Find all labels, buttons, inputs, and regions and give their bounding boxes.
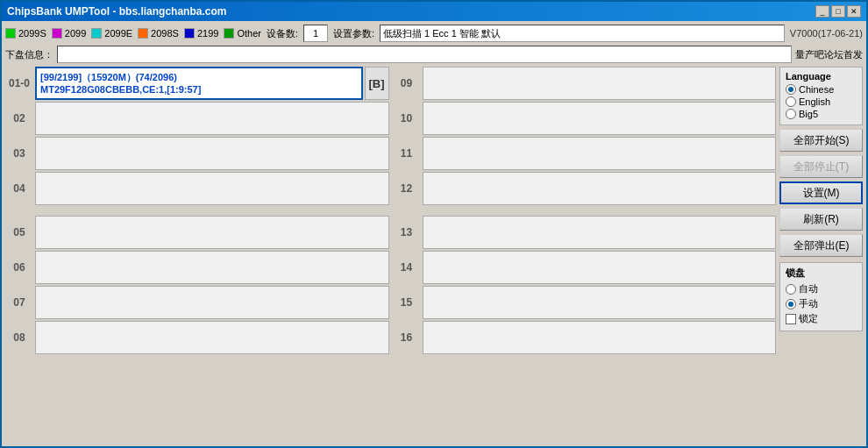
slot-box-08[interactable] [35,321,389,354]
legend-label-2098s: 2098S [151,28,179,39]
language-label-english: English [799,96,830,107]
language-option-chinese[interactable]: Chinese [786,84,857,95]
table-row: 11 [393,137,777,170]
legend-color-2099 [52,28,62,39]
slot-content-01: [99/2199]（15920M）(74/2096)MT29F128G08CBE… [40,71,201,96]
window-title: ChipsBank UMPTool - bbs.liangchanba.com [7,5,226,18]
table-row: 10 [393,102,777,135]
legend-label-2199: 2199 [197,28,218,39]
slot-number-05: 05 [5,216,33,249]
language-group: Language Chinese English Big5 [779,67,863,125]
slot-box-11[interactable] [423,137,777,170]
checkbox-locked[interactable] [786,314,796,324]
slots-column-left: 01-0 [99/2199]（15920M）(74/2096)MT29F128G… [5,67,389,443]
settings-button[interactable]: 设置(M) [779,181,863,204]
slot-box-07[interactable] [35,286,389,319]
table-row: 15 [393,286,777,319]
slot-box-02[interactable] [35,102,389,135]
table-row: 09 [393,67,777,100]
language-option-big5[interactable]: Big5 [786,109,857,119]
slots-column-right: 09 10 11 12 [393,67,777,443]
table-row: 16 [393,321,777,354]
slot-number-03: 03 [5,137,33,170]
slot-box-16[interactable] [423,321,777,354]
legend-color-2099e [91,28,102,39]
table-row: 03 [5,137,389,170]
slot-number-13: 13 [393,216,421,249]
table-row: 12 [393,172,777,205]
device-count-input[interactable] [303,25,328,42]
settings-input[interactable] [380,25,785,42]
language-option-english[interactable]: English [786,96,857,107]
slot-number-12: 12 [393,172,421,205]
legend-label-other: Other [237,28,261,39]
slot-number-06: 06 [5,251,33,284]
legend-other: Other [224,28,261,39]
legend-2199: 2199 [184,28,218,39]
maximize-button[interactable]: □ [831,5,845,18]
table-row: 08 [5,321,389,354]
lock-option-auto[interactable]: 自动 [786,282,857,295]
title-buttons: _ □ ✕ [815,5,861,18]
stop-all-button[interactable]: 全部停止(T) [779,155,863,178]
language-label-chinese: Chinese [799,84,834,95]
radio-english[interactable] [786,96,796,107]
slot-box-01[interactable]: [99/2199]（15920M）(74/2096)MT29F128G08CBE… [35,67,363,100]
slot-box-10[interactable] [423,102,777,135]
legend-2099e: 2099E [91,28,132,39]
slot-b-label-01: [B] [365,67,389,100]
legend-2099s: 2099S [5,28,46,39]
close-button[interactable]: ✕ [847,5,861,18]
right-panel: Language Chinese English Big5 全部 [779,67,863,443]
legend-2098s: 2098S [138,28,179,39]
slot-number-04: 04 [5,172,33,205]
table-row: 05 [5,216,389,249]
radio-manual[interactable] [786,299,796,309]
lock-option-manual[interactable]: 手动 [786,297,857,310]
legend-label-2099s: 2099S [18,28,46,39]
lock-group: 锁盘 自动 手动 锁定 [779,262,863,331]
slot-box-12[interactable] [423,172,777,205]
info-input[interactable] [57,46,792,63]
legend-color-2098s [138,28,148,39]
slot-number-01: 01-0 [5,67,33,100]
slot-number-08: 08 [5,321,33,354]
lock-option-locked[interactable]: 锁定 [786,312,857,325]
slot-number-16: 16 [393,321,421,354]
device-count-label: 设备数: [267,27,298,40]
eject-all-button[interactable]: 全部弹出(E) [779,234,863,257]
radio-big5[interactable] [786,109,796,119]
slot-box-14[interactable] [423,251,777,284]
toolbar: 2099S 2099 2099E 2098S 2199 Other [5,25,863,42]
lock-label-auto: 自动 [799,282,818,295]
refresh-button[interactable]: 刷新(R) [779,208,863,231]
slot-number-02: 02 [5,102,33,135]
radio-auto[interactable] [786,284,796,295]
lock-label-manual: 手动 [799,297,818,310]
minimize-button[interactable]: _ [815,5,829,18]
slot-box-03[interactable] [35,137,389,170]
slot-number-09: 09 [393,67,421,100]
legend-color-other [224,28,234,39]
radio-chinese[interactable] [786,84,796,95]
lock-group-title: 锁盘 [786,267,857,280]
legend-label-2099: 2099 [65,28,86,39]
slot-box-15[interactable] [423,286,777,319]
main-window: ChipsBank UMPTool - bbs.liangchanba.com … [0,0,868,448]
slot-box-13[interactable] [423,216,777,249]
table-row: 01-0 [99/2199]（15920M）(74/2096)MT29F128G… [5,67,389,100]
main-area: 01-0 [99/2199]（15920M）(74/2096)MT29F128G… [5,67,863,443]
language-label-big5: Big5 [799,109,818,119]
slot-box-09[interactable] [423,67,777,100]
lock-label-locked: 锁定 [799,312,818,325]
slot-number-11: 11 [393,137,421,170]
slot-number-15: 15 [393,286,421,319]
table-row: 02 [5,102,389,135]
slot-number-07: 07 [5,286,33,319]
slot-box-05[interactable] [35,216,389,249]
start-all-button[interactable]: 全部开始(S) [779,129,863,152]
legend-label-2099e: 2099E [104,28,132,39]
version-text: V7000(17-06-21) [790,28,863,39]
slot-box-04[interactable] [35,172,389,205]
slot-box-06[interactable] [35,251,389,284]
